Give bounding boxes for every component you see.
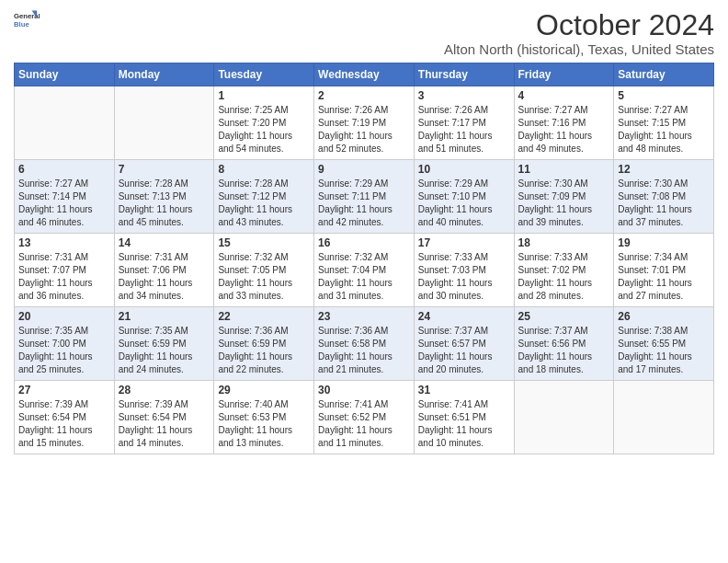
- day-number: 24: [418, 310, 510, 323]
- calendar-cell: 27Sunrise: 7:39 AMSunset: 6:54 PMDayligh…: [15, 381, 115, 454]
- day-number: 15: [218, 236, 310, 249]
- day-info: Sunrise: 7:29 AMSunset: 7:11 PMDaylight:…: [318, 178, 410, 229]
- day-number: 11: [518, 163, 610, 176]
- calendar-cell: 5Sunrise: 7:27 AMSunset: 7:15 PMDaylight…: [614, 86, 714, 160]
- day-info: Sunrise: 7:35 AMSunset: 7:00 PMDaylight:…: [18, 325, 110, 376]
- day-number: 26: [618, 310, 710, 323]
- day-number: 19: [618, 236, 710, 249]
- week-row-1: 1Sunrise: 7:25 AMSunset: 7:20 PMDaylight…: [15, 86, 714, 160]
- title-block: October 2024 Alton North (historical), T…: [444, 9, 714, 57]
- calendar-cell: 18Sunrise: 7:33 AMSunset: 7:02 PMDayligh…: [514, 234, 614, 307]
- calendar-cell: 31Sunrise: 7:41 AMSunset: 6:51 PMDayligh…: [414, 381, 514, 454]
- day-number: 12: [618, 163, 710, 176]
- day-info: Sunrise: 7:39 AMSunset: 6:54 PMDaylight:…: [119, 398, 210, 450]
- day-info: Sunrise: 7:33 AMSunset: 7:03 PMDaylight:…: [418, 251, 510, 303]
- day-number: 8: [218, 163, 310, 176]
- day-info: Sunrise: 7:29 AMSunset: 7:10 PMDaylight:…: [418, 178, 510, 229]
- calendar-cell: 21Sunrise: 7:35 AMSunset: 6:59 PMDayligh…: [114, 307, 214, 381]
- week-row-4: 20Sunrise: 7:35 AMSunset: 7:00 PMDayligh…: [15, 307, 714, 381]
- day-number: 31: [418, 384, 510, 396]
- day-info: Sunrise: 7:39 AMSunset: 6:54 PMDaylight:…: [18, 398, 110, 450]
- day-number: 10: [418, 163, 510, 176]
- week-row-5: 27Sunrise: 7:39 AMSunset: 6:54 PMDayligh…: [15, 381, 714, 454]
- header-monday: Monday: [114, 63, 214, 86]
- day-info: Sunrise: 7:41 AMSunset: 6:51 PMDaylight:…: [418, 398, 510, 450]
- header-friday: Friday: [514, 63, 614, 86]
- calendar-cell: 30Sunrise: 7:41 AMSunset: 6:52 PMDayligh…: [314, 381, 415, 454]
- calendar-cell: 7Sunrise: 7:28 AMSunset: 7:13 PMDaylight…: [114, 160, 214, 234]
- calendar-cell: 16Sunrise: 7:32 AMSunset: 7:04 PMDayligh…: [314, 234, 415, 307]
- day-info: Sunrise: 7:27 AMSunset: 7:15 PMDaylight:…: [618, 104, 710, 155]
- week-row-3: 13Sunrise: 7:31 AMSunset: 7:07 PMDayligh…: [15, 234, 714, 307]
- day-number: 3: [418, 89, 510, 102]
- calendar-table: SundayMondayTuesdayWednesdayThursdayFrid…: [14, 63, 714, 454]
- day-number: 7: [119, 163, 210, 176]
- calendar-cell: 14Sunrise: 7:31 AMSunset: 7:06 PMDayligh…: [114, 234, 214, 307]
- day-info: Sunrise: 7:38 AMSunset: 6:55 PMDaylight:…: [618, 325, 710, 376]
- calendar-cell: 4Sunrise: 7:27 AMSunset: 7:16 PMDaylight…: [514, 86, 614, 160]
- day-number: 27: [18, 384, 110, 396]
- day-number: 4: [518, 89, 610, 102]
- day-number: 2: [318, 89, 410, 102]
- svg-text:Blue: Blue: [14, 20, 29, 29]
- calendar-cell: 19Sunrise: 7:34 AMSunset: 7:01 PMDayligh…: [614, 234, 714, 307]
- day-number: 13: [18, 236, 110, 249]
- calendar-cell: 13Sunrise: 7:31 AMSunset: 7:07 PMDayligh…: [15, 234, 115, 307]
- day-info: Sunrise: 7:36 AMSunset: 6:58 PMDaylight:…: [318, 325, 410, 376]
- calendar-cell: 6Sunrise: 7:27 AMSunset: 7:14 PMDaylight…: [15, 160, 115, 234]
- calendar-cell: 1Sunrise: 7:25 AMSunset: 7:20 PMDaylight…: [214, 86, 314, 160]
- calendar-cell: 11Sunrise: 7:30 AMSunset: 7:09 PMDayligh…: [514, 160, 614, 234]
- main-title: October 2024: [444, 9, 714, 41]
- day-info: Sunrise: 7:27 AMSunset: 7:14 PMDaylight:…: [18, 178, 110, 229]
- calendar-cell: 20Sunrise: 7:35 AMSunset: 7:00 PMDayligh…: [15, 307, 115, 381]
- day-info: Sunrise: 7:27 AMSunset: 7:16 PMDaylight:…: [518, 104, 610, 155]
- page-header: General Blue October 2024 Alton North (h…: [14, 9, 714, 57]
- day-info: Sunrise: 7:31 AMSunset: 7:07 PMDaylight:…: [18, 251, 110, 303]
- day-info: Sunrise: 7:36 AMSunset: 6:59 PMDaylight:…: [218, 325, 310, 376]
- calendar-cell: 22Sunrise: 7:36 AMSunset: 6:59 PMDayligh…: [214, 307, 314, 381]
- logo-icon: General Blue: [14, 9, 40, 35]
- calendar-cell: 8Sunrise: 7:28 AMSunset: 7:12 PMDaylight…: [214, 160, 314, 234]
- day-info: Sunrise: 7:35 AMSunset: 6:59 PMDaylight:…: [119, 325, 210, 376]
- day-info: Sunrise: 7:37 AMSunset: 6:57 PMDaylight:…: [418, 325, 510, 376]
- day-info: Sunrise: 7:40 AMSunset: 6:53 PMDaylight:…: [218, 398, 310, 450]
- day-number: 20: [18, 310, 110, 323]
- day-number: 17: [418, 236, 510, 249]
- calendar-cell: [614, 381, 714, 454]
- calendar-cell: 10Sunrise: 7:29 AMSunset: 7:10 PMDayligh…: [414, 160, 514, 234]
- day-info: Sunrise: 7:33 AMSunset: 7:02 PMDaylight:…: [518, 251, 610, 303]
- day-info: Sunrise: 7:37 AMSunset: 6:56 PMDaylight:…: [518, 325, 610, 376]
- day-info: Sunrise: 7:26 AMSunset: 7:17 PMDaylight:…: [418, 104, 510, 155]
- day-number: 18: [518, 236, 610, 249]
- day-info: Sunrise: 7:28 AMSunset: 7:13 PMDaylight:…: [119, 178, 210, 229]
- day-number: 1: [218, 89, 310, 102]
- calendar-header-row: SundayMondayTuesdayWednesdayThursdayFrid…: [15, 63, 714, 86]
- day-info: Sunrise: 7:30 AMSunset: 7:08 PMDaylight:…: [618, 178, 710, 229]
- day-number: 14: [119, 236, 210, 249]
- day-info: Sunrise: 7:34 AMSunset: 7:01 PMDaylight:…: [618, 251, 710, 303]
- header-saturday: Saturday: [614, 63, 714, 86]
- sub-title: Alton North (historical), Texas, United …: [444, 41, 714, 57]
- day-number: 9: [318, 163, 410, 176]
- day-info: Sunrise: 7:41 AMSunset: 6:52 PMDaylight:…: [318, 398, 410, 450]
- day-number: 22: [218, 310, 310, 323]
- day-number: 5: [618, 89, 710, 102]
- calendar-cell: [514, 381, 614, 454]
- day-number: 21: [119, 310, 210, 323]
- day-info: Sunrise: 7:26 AMSunset: 7:19 PMDaylight:…: [318, 104, 410, 155]
- day-number: 28: [119, 384, 210, 396]
- calendar-cell: 25Sunrise: 7:37 AMSunset: 6:56 PMDayligh…: [514, 307, 614, 381]
- day-number: 30: [318, 384, 410, 396]
- logo: General Blue: [14, 9, 40, 35]
- calendar-cell: 15Sunrise: 7:32 AMSunset: 7:05 PMDayligh…: [214, 234, 314, 307]
- day-info: Sunrise: 7:32 AMSunset: 7:05 PMDaylight:…: [218, 251, 310, 303]
- calendar-cell: [114, 86, 214, 160]
- week-row-2: 6Sunrise: 7:27 AMSunset: 7:14 PMDaylight…: [15, 160, 714, 234]
- day-number: 29: [218, 384, 310, 396]
- calendar-cell: 17Sunrise: 7:33 AMSunset: 7:03 PMDayligh…: [414, 234, 514, 307]
- calendar-cell: 26Sunrise: 7:38 AMSunset: 6:55 PMDayligh…: [614, 307, 714, 381]
- day-info: Sunrise: 7:32 AMSunset: 7:04 PMDaylight:…: [318, 251, 410, 303]
- day-info: Sunrise: 7:31 AMSunset: 7:06 PMDaylight:…: [119, 251, 210, 303]
- calendar-cell: 24Sunrise: 7:37 AMSunset: 6:57 PMDayligh…: [414, 307, 514, 381]
- calendar-cell: 3Sunrise: 7:26 AMSunset: 7:17 PMDaylight…: [414, 86, 514, 160]
